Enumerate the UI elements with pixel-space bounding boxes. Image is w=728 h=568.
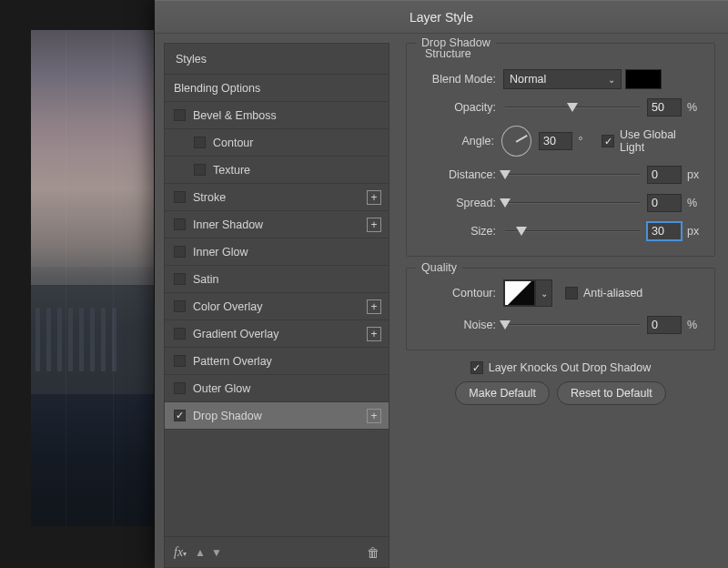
distance-slider[interactable]: [505, 167, 640, 182]
angle-input[interactable]: 30: [539, 132, 572, 150]
noise-input[interactable]: 0: [647, 316, 682, 334]
use-global-light[interactable]: Use Global Light: [602, 128, 702, 154]
style-row-satin[interactable]: Satin: [165, 266, 389, 293]
add-instance-button[interactable]: +: [367, 409, 381, 423]
angle-unit: °: [578, 135, 592, 147]
settings-panel: Drop Shadow Structure Blend Mode: Normal…: [389, 43, 728, 568]
noise-label: Noise:: [420, 319, 503, 331]
style-label: Inner Shadow: [193, 218, 367, 231]
fx-menu-button[interactable]: fx▾: [174, 545, 187, 560]
add-instance-button[interactable]: +: [367, 190, 381, 205]
reset-default-button[interactable]: Reset to Default: [557, 381, 666, 405]
style-row-inner-glow[interactable]: Inner Glow: [165, 238, 389, 266]
anti-aliased-checkbox[interactable]: [565, 287, 578, 299]
style-label: Pattern Overlay: [193, 355, 381, 368]
styles-header[interactable]: Styles: [165, 44, 389, 75]
angle-label: Angle:: [420, 135, 501, 147]
style-row-contour[interactable]: Contour: [165, 129, 389, 157]
style-checkbox[interactable]: [174, 382, 186, 394]
style-label: Drop Shadow: [193, 410, 367, 422]
blending-options-label: Blending Options: [174, 82, 381, 95]
shadow-color-swatch[interactable]: [625, 69, 662, 89]
style-checkbox[interactable]: [174, 273, 186, 285]
add-instance-button[interactable]: +: [367, 218, 381, 232]
blendmode-value: Normal: [510, 73, 546, 86]
knockout-checkbox[interactable]: [470, 361, 483, 374]
size-slider[interactable]: [505, 224, 640, 238]
style-row-gradient-overlay[interactable]: Gradient Overlay+: [165, 320, 389, 348]
dialog-title: Layer Style: [155, 1, 728, 34]
style-label: Stroke: [193, 191, 367, 204]
quality-legend: Quality: [416, 261, 462, 274]
canvas-preview: [31, 30, 154, 526]
style-checkbox[interactable]: [174, 300, 186, 312]
style-row-pattern-overlay[interactable]: Pattern Overlay: [165, 348, 389, 375]
angle-dial[interactable]: [501, 126, 531, 157]
distance-input[interactable]: 0: [647, 166, 682, 184]
style-label: Texture: [213, 164, 381, 177]
distance-label: Distance:: [420, 168, 503, 181]
spread-unit: %: [687, 197, 702, 209]
blending-options-row[interactable]: Blending Options: [165, 75, 389, 102]
style-label: Satin: [193, 273, 381, 286]
styles-panel: Styles Blending Options Bevel & EmbossCo…: [164, 43, 389, 568]
quality-group: Quality Contour: ⌄ Anti-aliased Noise:: [406, 268, 715, 350]
style-row-drop-shadow[interactable]: Drop Shadow+: [165, 402, 389, 430]
spread-label: Spread:: [420, 197, 503, 209]
spread-input[interactable]: 0: [647, 194, 682, 212]
anti-aliased[interactable]: Anti-aliased: [565, 287, 642, 299]
spread-slider[interactable]: [505, 196, 640, 210]
contour-picker[interactable]: ⌄: [503, 279, 552, 307]
contour-swatch: [504, 280, 535, 306]
chevron-down-icon: ⌄: [608, 75, 615, 85]
style-checkbox[interactable]: [194, 164, 206, 176]
layer-style-dialog: Layer Style Styles Blending Options Beve…: [155, 0, 728, 568]
section-legend: Drop Shadow: [416, 36, 496, 49]
opacity-label: Opacity:: [420, 101, 503, 114]
global-light-label: Use Global Light: [620, 128, 702, 154]
opacity-input[interactable]: 50: [647, 98, 682, 117]
move-up-button[interactable]: ▲: [195, 546, 206, 559]
style-checkbox[interactable]: [174, 328, 186, 340]
opacity-unit: %: [687, 101, 702, 114]
style-row-outer-glow[interactable]: Outer Glow: [165, 375, 389, 402]
knockout-row[interactable]: Layer Knocks Out Drop Shadow: [406, 361, 715, 374]
make-default-button[interactable]: Make Default: [455, 381, 550, 405]
size-label: Size:: [420, 225, 503, 238]
style-row-stroke[interactable]: Stroke+: [165, 184, 389, 211]
noise-slider[interactable]: [505, 318, 640, 332]
blendmode-label: Blend Mode:: [420, 73, 503, 86]
style-checkbox[interactable]: [174, 218, 186, 230]
size-input[interactable]: 30: [647, 222, 682, 240]
drop-shadow-group: Drop Shadow Structure Blend Mode: Normal…: [406, 43, 715, 257]
style-label: Contour: [213, 137, 381, 149]
style-row-texture[interactable]: Texture: [165, 157, 389, 184]
style-label: Outer Glow: [193, 382, 381, 395]
style-checkbox[interactable]: [174, 410, 186, 421]
opacity-slider[interactable]: [505, 100, 640, 115]
global-light-checkbox[interactable]: [602, 135, 614, 147]
trash-icon[interactable]: 🗑: [367, 545, 379, 560]
style-label: Color Overlay: [193, 300, 367, 313]
size-unit: px: [687, 225, 702, 238]
move-down-button[interactable]: ▼: [211, 546, 222, 559]
style-checkbox[interactable]: [174, 109, 186, 121]
blendmode-select[interactable]: Normal ⌄: [503, 69, 622, 89]
distance-unit: px: [687, 168, 702, 181]
anti-aliased-label: Anti-aliased: [583, 287, 642, 299]
style-row-inner-shadow[interactable]: Inner Shadow+: [165, 211, 389, 238]
knockout-label: Layer Knocks Out Drop Shadow: [489, 361, 652, 374]
style-row-bevel-emboss[interactable]: Bevel & Emboss: [165, 102, 389, 129]
add-instance-button[interactable]: +: [367, 327, 381, 341]
styles-footer: fx▾ ▲ ▼ 🗑: [165, 536, 389, 567]
chevron-down-icon: ⌄: [535, 280, 551, 306]
style-row-color-overlay[interactable]: Color Overlay+: [165, 293, 389, 320]
style-label: Inner Glow: [193, 246, 381, 259]
style-checkbox[interactable]: [174, 246, 186, 258]
contour-label: Contour:: [420, 287, 503, 299]
style-checkbox[interactable]: [174, 191, 186, 203]
style-checkbox[interactable]: [194, 137, 206, 148]
style-checkbox[interactable]: [174, 355, 186, 367]
add-instance-button[interactable]: +: [367, 299, 381, 314]
style-label: Gradient Overlay: [193, 328, 367, 340]
